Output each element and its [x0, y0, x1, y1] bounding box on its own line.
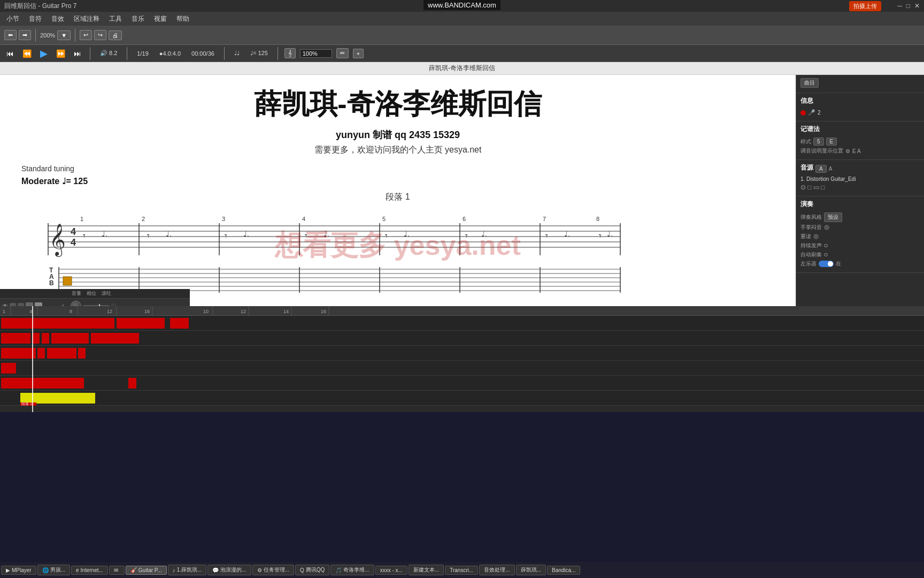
note-icon: ♩♩ [231, 50, 243, 57]
toolbar: ⬅ ➡ 200% ▼ ↩ ↪ 🖨 [0, 26, 924, 45]
timeline-row-5 [0, 376, 924, 391]
svg-text:3: 3 [222, 216, 225, 222]
print-btn[interactable]: 🖨 [109, 31, 122, 40]
bass-toggle[interactable] [819, 261, 834, 267]
zoom-dropdown[interactable]: ▼ [57, 31, 71, 40]
minimize-btn[interactable]: ─ [897, 2, 902, 10]
transport-rewind[interactable]: ⏮ [4, 48, 16, 59]
maximize-btn[interactable]: □ [906, 2, 910, 10]
position-display: 1/19 [134, 50, 151, 57]
taskbar-taskman[interactable]: ⚙ 任务管理... [252, 565, 294, 575]
menu-item-tools[interactable]: 工具 [105, 13, 126, 25]
menu-item-help[interactable]: 帮助 [172, 13, 194, 25]
menu-item-note[interactable]: 音符 [25, 13, 46, 25]
song-author: yunyun 制谱 qq 2435 15329 [21, 128, 774, 141]
taskbar-guitarpro[interactable]: 🎸 Guitar P... [126, 566, 167, 575]
taskbar-xkq[interactable]: ♪ 1.薛凯琪... [168, 565, 207, 575]
pencil-btn[interactable]: ✏ [336, 48, 349, 58]
timeline-row-6-svg: 段落 1 [0, 391, 924, 406]
taskbar-audio[interactable]: 音效处理... [479, 565, 514, 575]
sound-controls: ⊙ □ ▭ □ [800, 184, 825, 191]
xkq2-label: 薛凯琪... [521, 566, 541, 574]
close-btn[interactable]: ✕ [914, 2, 920, 10]
svg-text:𝄞: 𝄞 [49, 224, 66, 257]
plus-btn[interactable]: + [353, 49, 364, 58]
toolbar-separator [35, 29, 36, 42]
timeline-row-6: 段落 1 [0, 391, 924, 406]
retry-toggle[interactable] [813, 234, 819, 239]
record-indicator [800, 110, 806, 116]
instrument-name: 1. Distortion Guitar_Edi [800, 176, 856, 182]
window-controls[interactable]: ─ □ ✕ [897, 2, 920, 10]
timeline-row-2 [0, 331, 924, 346]
taskbar-xx[interactable]: xxxx - x... [375, 566, 407, 575]
transport-prev[interactable]: ⏪ [20, 48, 34, 59]
gear-icon[interactable]: ⚙ [845, 148, 850, 154]
svg-text:B: B [49, 279, 54, 287]
key-display-label: 调音说明显示位置 [800, 147, 843, 155]
svg-text:1: 1 [3, 309, 5, 314]
svg-text:♩.: ♩. [102, 230, 107, 238]
xkq-icon: ♪ [173, 567, 175, 573]
gp-label: Guitar P... [138, 567, 162, 573]
svg-rect-79 [1, 333, 30, 344]
menu-item-region[interactable]: 区域注释 [70, 13, 104, 25]
svg-text:♩.: ♩. [166, 230, 172, 238]
taskbar-bandicam[interactable]: Bandica... [547, 566, 580, 575]
svg-text:12: 12 [107, 309, 112, 314]
taskbar-bubble[interactable]: 💬 泡浪漫的... [207, 565, 251, 575]
tab-title-text: 薛凯琪-奇洛李维斯回信 [429, 64, 495, 73]
undo-btn[interactable]: ↩ [80, 30, 92, 40]
info-section: 信息 🎤 2 [796, 93, 924, 121]
taskbar-lewis[interactable]: 🎵 奇洛李维... [330, 565, 374, 575]
taskbar-xkq2[interactable]: 薛凯琪... [516, 565, 546, 575]
taskbar-transcr[interactable]: Transcri... [445, 566, 478, 575]
transport-play[interactable]: ▶ [38, 47, 50, 60]
boy-icon: 🌐 [42, 567, 49, 573]
transport-next[interactable]: ⏩ [54, 48, 67, 59]
svg-rect-83 [91, 333, 139, 344]
taskbar-boy[interactable]: 🌐 男孩... [37, 565, 70, 575]
style-value[interactable]: 5 [813, 138, 824, 146]
menu-item-bar[interactable]: 小节 [2, 13, 24, 25]
svg-text:𝄾: 𝄾 [305, 234, 307, 238]
svg-text:16: 16 [144, 309, 150, 314]
transport-bar: ⏮ ⏪ ▶ ⏩ ⏭ 🔊 8.2 1/19 ●4.0:4.0 00:00/36 ♩… [0, 45, 924, 62]
svg-rect-82 [51, 333, 89, 344]
svg-text:𝄾: 𝄾 [599, 234, 602, 238]
toolbar-back[interactable]: ⬅ [4, 30, 17, 40]
metronome-btn[interactable]: 𝄞 [284, 48, 296, 58]
transport-end[interactable]: ⏭ [72, 48, 83, 59]
playhead-line [32, 306, 33, 412]
menu-item-music[interactable]: 音乐 [127, 13, 149, 25]
svg-rect-57 [63, 277, 72, 285]
style-label: 样式 [800, 138, 811, 146]
svg-text:2: 2 [142, 216, 145, 222]
timeline-row-2-svg [0, 331, 924, 346]
staff-svg: 𝄞 4 4 1 2 3 4 5 6 7 8 [21, 207, 642, 293]
taskbar-newdoc[interactable]: 新建文本... [409, 565, 444, 575]
style-extra[interactable]: E [826, 138, 837, 146]
preset-btn[interactable]: 预设 [824, 212, 842, 222]
add-sound-btn[interactable]: A [815, 165, 827, 173]
notation-area: 想看更多 yesya.net [21, 207, 774, 293]
bandicam-label: Bandica... [552, 567, 575, 573]
bandicam-button[interactable]: 拍摄上传 [849, 1, 881, 11]
taskbar-qq[interactable]: Q 腾讯QQ [295, 565, 329, 575]
toolbar-forward[interactable]: ➡ [19, 30, 31, 40]
timeline-row-1 [0, 316, 924, 331]
xx-label: xxxx - x... [380, 567, 403, 573]
zoom-pct-box[interactable]: 100% [300, 49, 332, 58]
svg-text:𝄾: 𝄾 [545, 234, 548, 238]
taskbar-mplayer[interactable]: ▶ MPlayer [1, 566, 36, 575]
taskbar-outlook[interactable]: ✉ [109, 566, 125, 575]
taskbar-internet[interactable]: e Internet... [71, 566, 108, 575]
menu-item-sound[interactable]: 音效 [47, 13, 68, 25]
hand-mute-toggle[interactable] [824, 225, 829, 230]
redo-btn[interactable]: ↪ [94, 30, 106, 40]
svg-text:14: 14 [283, 309, 289, 314]
mplayer-icon: ▶ [6, 567, 10, 573]
menu-item-view[interactable]: 视窗 [150, 13, 171, 25]
auto-strum-label: 自动刷奏 [800, 251, 822, 258]
track-list-tab[interactable]: 曲目 [800, 78, 819, 88]
